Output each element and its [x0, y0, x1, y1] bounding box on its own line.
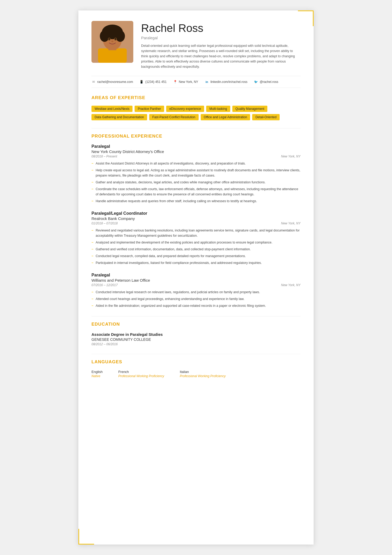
svg-point-7 [104, 25, 121, 35]
lang-level: Native [91, 374, 103, 378]
divider-3 [91, 354, 301, 354]
education-list: Associate Degree in Paralegal Studies Ge… [91, 332, 301, 346]
experience-title: PROFESSIONAL EXPERIENCE [91, 134, 301, 140]
exp-title: Paralegal/Legal Coordinator [91, 211, 147, 216]
exp-bullets: Conducted intensive legal research on re… [91, 290, 301, 308]
experience-item: Paralegal New York County District Attor… [91, 144, 301, 204]
lang-name: Italian [180, 370, 226, 374]
bullet-item: Analyzed and implemented the development… [91, 240, 301, 245]
bullet-item: Assist the Assistant District Attorneys … [91, 161, 301, 166]
candidate-summary: Detail-oriented and quick learning self-… [141, 43, 301, 69]
lang-name: English [91, 370, 103, 374]
linkedin-icon: in [205, 80, 209, 84]
edu-degree: Associate Degree in Paralegal Studies [91, 332, 301, 337]
exp-dates: 07/2016 – 12/2017 [91, 283, 118, 287]
divider-1 [91, 128, 301, 128]
exp-location: New York, NY [281, 155, 301, 158]
svg-point-10 [108, 38, 110, 40]
exp-header: Paralegal [91, 273, 301, 278]
expertise-tag: eDiscovery experience [166, 106, 204, 112]
location-icon: 📍 [173, 80, 177, 84]
expertise-tag: Westlaw and Lexis/Nexis [91, 106, 132, 112]
expertise-tag: Quality Management [232, 106, 268, 112]
exp-location: New York, NY [281, 222, 301, 225]
bullet-item: Conducted intensive legal research on re… [91, 290, 301, 295]
bullet-item: Reviewed and negotiated various banking … [91, 228, 301, 238]
languages-container: English Native French Professional Worki… [91, 370, 301, 378]
expertise-tag: Office and Legal Administration [201, 114, 250, 120]
experience-list: Paralegal New York County District Attor… [91, 144, 301, 308]
divider-2 [91, 316, 301, 316]
lang-name: French [118, 370, 164, 374]
resume-container: Rachel Ross Paralegal Detail-oriented an… [78, 10, 314, 545]
exp-company: Realrock Bank Company [91, 216, 301, 221]
exp-dates-row: 01/2018 – 07/2018 New York, NY [91, 222, 301, 225]
bullet-item: Aided in the file administration; organi… [91, 303, 301, 308]
exp-title: Paralegal [91, 144, 110, 149]
edu-school: Genesee Community College [91, 337, 301, 342]
exp-company: Williams and Peterson Law Office [91, 278, 301, 282]
languages-title: LANGUAGES [91, 359, 301, 366]
tags-container: Westlaw and Lexis/NexisPractice Panthere… [91, 106, 301, 120]
contact-email: ✉ rachel@novoresume.com [91, 80, 133, 84]
svg-point-11 [115, 38, 116, 40]
expertise-tag: Multi-tasking [206, 106, 230, 112]
expertise-tag: Data Gathering and Documentation [91, 114, 147, 120]
expertise-tag: Practice Panther [135, 106, 164, 112]
linkedin-value: linkedin.com/in/rachel.ross [210, 80, 247, 84]
lang-level: Professional Working Proficiency [180, 374, 226, 378]
header-section: Rachel Ross Paralegal Detail-oriented an… [91, 21, 301, 69]
bullet-item: Attended court hearings and legal procee… [91, 296, 301, 302]
location-value: New York, NY [179, 80, 198, 84]
twitter-icon: 🐦 [254, 80, 258, 84]
exp-location: New York, NY [281, 283, 301, 287]
exp-bullets: Reviewed and negotiated various banking … [91, 228, 301, 265]
email-icon: ✉ [91, 80, 96, 84]
experience-item: Paralegal Williams and Peterson Law Offi… [91, 273, 301, 308]
language-item: Italian Professional Working Proficiency [180, 370, 226, 378]
twitter-value: @rachel.ross [260, 80, 278, 84]
education-item: Associate Degree in Paralegal Studies Ge… [91, 332, 301, 346]
avatar [91, 21, 133, 63]
contact-twitter: 🐦 @rachel.ross [254, 80, 278, 84]
education-section: EDUCATION Associate Degree in Paralegal … [91, 322, 301, 346]
phone-value: (1234) 451 451 [145, 80, 166, 84]
languages-section: LANGUAGES English Native French Professi… [91, 359, 301, 378]
email-value: rachel@novoresume.com [97, 80, 133, 84]
exp-dates: 08/2018 – Present [91, 155, 117, 158]
exp-dates-row: 07/2016 – 12/2017 New York, NY [91, 283, 301, 287]
lang-level: Professional Working Proficiency [118, 374, 164, 378]
bullet-item: Coordinate the case schedules with court… [91, 186, 301, 197]
exp-header: Paralegal [91, 144, 301, 149]
contact-bar: ✉ rachel@novoresume.com 📱 (1234) 451 451… [91, 76, 301, 88]
expertise-title: AREAS OF EXPERTISE [91, 95, 301, 101]
expertise-tag: Detail-Oriented [252, 114, 280, 120]
avatar-image [91, 21, 133, 63]
exp-title: Paralegal [91, 273, 110, 278]
corner-decoration-br [78, 529, 94, 545]
svg-point-12 [111, 41, 113, 42]
candidate-title: Paralegal [141, 36, 301, 40]
bullet-item: Help create equal access to legal aid. A… [91, 168, 301, 178]
exp-bullets: Assist the Assistant District Attorneys … [91, 161, 301, 204]
bullet-item: Gather and analyze statutes, decisions, … [91, 180, 301, 185]
expertise-tag: Fast-Paced Conflict Resolution [149, 114, 199, 120]
bullet-item: Participated in internal investigations,… [91, 260, 301, 265]
svg-rect-1 [98, 48, 127, 63]
language-item: French Professional Working Proficiency [118, 370, 164, 378]
bullet-item: Conducted legal research, compiled data,… [91, 253, 301, 259]
language-item: English Native [91, 370, 103, 378]
contact-linkedin: in linkedin.com/in/rachel.ross [205, 80, 247, 84]
exp-dates-row: 08/2018 – Present New York, NY [91, 155, 301, 158]
expertise-section: AREAS OF EXPERTISE Westlaw and Lexis/Nex… [91, 95, 301, 120]
experience-item: Paralegal/Legal Coordinator Realrock Ban… [91, 211, 301, 265]
exp-company: New York County District Attorney's Offi… [91, 149, 301, 154]
contact-phone: 📱 (1234) 451 451 [140, 80, 166, 84]
education-title: EDUCATION [91, 322, 301, 328]
candidate-name: Rachel Ross [141, 22, 301, 34]
corner-decoration-tl [298, 10, 314, 26]
exp-header: Paralegal/Legal Coordinator [91, 211, 301, 216]
edu-dates: 08/2012 – 06/2016 [91, 342, 301, 346]
phone-icon: 📱 [140, 80, 144, 84]
header-info: Rachel Ross Paralegal Detail-oriented an… [141, 21, 301, 69]
